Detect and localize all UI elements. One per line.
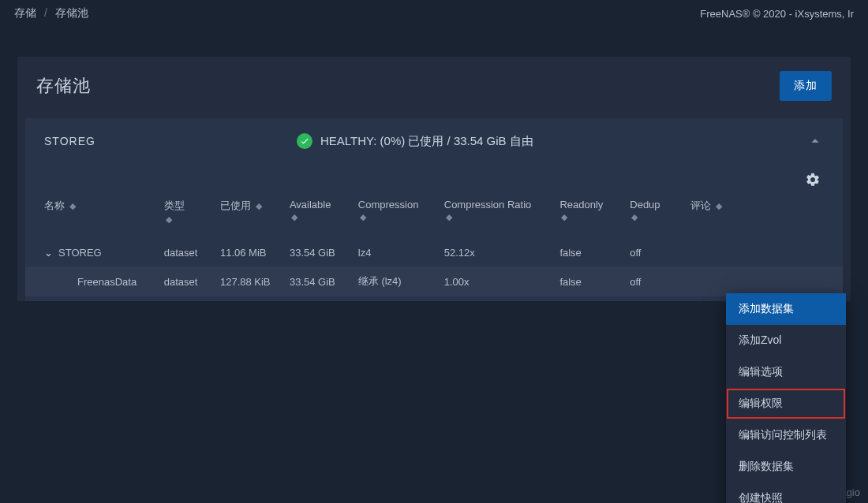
breadcrumb-root[interactable]: 存储 [14, 6, 36, 19]
chevron-up-icon[interactable] [806, 132, 824, 150]
dataset-used: 127.88 KiB [214, 266, 283, 296]
dataset-compression: 继承 (lz4) [352, 266, 438, 296]
datasets-table: 名称 ◆ 类型◆ 已使用 ◆ Available◆ Compression◆ C… [25, 191, 843, 301]
chevron-down-icon[interactable]: ⌄ [44, 247, 55, 259]
dataset-dedup: off [623, 239, 684, 266]
dataset-name: STOREG [58, 247, 102, 259]
sort-icon: ◆ [166, 214, 172, 225]
pool-status-text: HEALTHY: (0%) 已使用 / 33.54 GiB 自由 [320, 134, 533, 149]
dataset-type: dataset [158, 239, 214, 266]
sort-icon: ◆ [716, 201, 722, 211]
more-vert-icon[interactable] [825, 247, 827, 259]
dataset-comments [684, 266, 819, 296]
sort-icon: ◆ [69, 201, 76, 211]
column-header-type[interactable]: 类型◆ [158, 191, 214, 239]
table-row[interactable]: FreenasData dataset 127.88 KiB 33.54 GiB… [25, 266, 843, 296]
menu-edit-permissions[interactable]: 编辑权限 [726, 388, 846, 419]
sort-icon: ◆ [360, 212, 366, 222]
menu-edit-acl[interactable]: 编辑访问控制列表 [726, 419, 846, 451]
menu-add-zvol[interactable]: 添加Zvol [726, 325, 846, 356]
brand-text: FreeNAS® © 2020 - iXsystems, Ir [700, 8, 854, 20]
menu-edit-options[interactable]: 编辑选项 [726, 356, 846, 388]
pools-panel: 存储池 添加 STOREG HEALTHY: (0%) 已使用 / 33.54 … [17, 57, 851, 301]
menu-create-snapshot[interactable]: 创建快照 [726, 483, 846, 503]
dataset-ratio: 1.00x [438, 266, 554, 296]
page-title: 存储池 [36, 74, 91, 98]
column-header-readonly[interactable]: Readonly◆ [553, 191, 623, 239]
menu-delete-dataset[interactable]: 删除数据集 [726, 451, 846, 483]
sort-icon: ◆ [631, 212, 638, 222]
dataset-dedup: off [623, 266, 684, 296]
menu-add-dataset[interactable]: 添加数据集 [726, 293, 846, 325]
dataset-ratio: 52.12x [438, 239, 554, 266]
column-header-used[interactable]: 已使用 ◆ [214, 191, 283, 239]
pool-summary-row[interactable]: STOREG HEALTHY: (0%) 已使用 / 33.54 GiB 自由 [25, 118, 843, 164]
dataset-type: dataset [158, 266, 214, 296]
sort-icon: ◆ [446, 212, 452, 222]
breadcrumb-current: 存储池 [55, 6, 88, 19]
table-row[interactable]: ⌄STOREG dataset 11.06 MiB 33.54 GiB lz4 … [25, 239, 843, 266]
sort-icon: ◆ [256, 201, 262, 211]
dataset-available: 33.54 GiB [283, 266, 352, 296]
more-vert-icon[interactable] [825, 276, 827, 288]
add-button[interactable]: 添加 [780, 71, 832, 101]
breadcrumb-separator: / [44, 6, 47, 19]
column-header-ratio[interactable]: Compression Ratio◆ [438, 191, 554, 239]
dataset-name: FreenasData [58, 276, 137, 288]
column-header-dedup[interactable]: Dedup◆ [623, 191, 684, 239]
dataset-compression: lz4 [352, 239, 438, 266]
dataset-readonly: false [553, 239, 623, 266]
column-header-available[interactable]: Available◆ [283, 191, 352, 239]
sort-icon: ◆ [291, 212, 297, 222]
dataset-available: 33.54 GiB [283, 239, 352, 266]
breadcrumb: 存储 / 存储池 [14, 6, 88, 20]
gear-icon[interactable] [805, 172, 821, 188]
pool-name: STOREG [44, 135, 297, 147]
context-menu: 添加数据集 添加Zvol 编辑选项 编辑权限 编辑访问控制列表 删除数据集 创建… [726, 293, 846, 503]
dataset-comments [684, 239, 819, 266]
column-header-compression[interactable]: Compression◆ [352, 191, 438, 239]
dataset-used: 11.06 MiB [214, 239, 283, 266]
healthy-check-icon [297, 133, 312, 149]
dataset-readonly: false [553, 266, 623, 296]
sort-icon: ◆ [561, 212, 567, 222]
column-header-name[interactable]: 名称 ◆ [25, 191, 158, 239]
column-header-comments[interactable]: 评论 ◆ [684, 191, 819, 239]
